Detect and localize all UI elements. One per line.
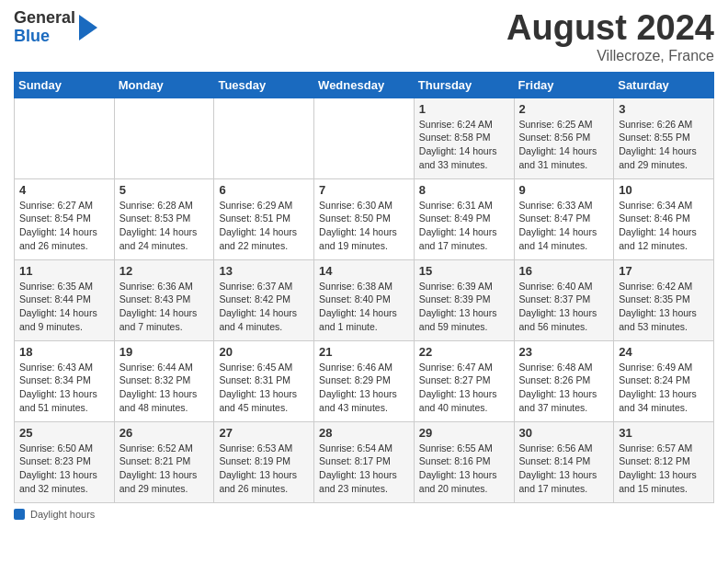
day-number: 3	[619, 102, 709, 116]
day-of-week-header: Tuesday	[214, 72, 314, 98]
day-info: Sunrise: 6:40 AM Sunset: 8:37 PM Dayligh…	[519, 280, 609, 334]
day-number: 14	[319, 264, 409, 278]
calendar-day-cell: 17Sunrise: 6:42 AM Sunset: 8:35 PM Dayli…	[614, 259, 714, 340]
day-number: 20	[219, 345, 309, 359]
day-number: 9	[519, 183, 609, 197]
day-info: Sunrise: 6:31 AM Sunset: 8:49 PM Dayligh…	[419, 199, 509, 253]
logo-icon	[77, 15, 97, 40]
month-title: August 2024	[506, 9, 714, 48]
calendar-day-cell: 12Sunrise: 6:36 AM Sunset: 8:43 PM Dayli…	[114, 259, 214, 340]
day-number: 25	[19, 426, 109, 440]
calendar-day-cell: 29Sunrise: 6:55 AM Sunset: 8:16 PM Dayli…	[414, 421, 514, 502]
day-number: 12	[119, 264, 210, 278]
calendar-day-cell: 22Sunrise: 6:47 AM Sunset: 8:27 PM Dayli…	[414, 340, 514, 421]
day-info: Sunrise: 6:50 AM Sunset: 8:23 PM Dayligh…	[19, 442, 109, 496]
footer: Daylight hours	[14, 509, 714, 520]
day-info: Sunrise: 6:24 AM Sunset: 8:58 PM Dayligh…	[419, 118, 509, 172]
day-info: Sunrise: 6:33 AM Sunset: 8:47 PM Dayligh…	[519, 199, 609, 253]
day-number: 30	[519, 426, 609, 440]
day-info: Sunrise: 6:28 AM Sunset: 8:53 PM Dayligh…	[119, 199, 210, 253]
logo-text: General Blue	[14, 9, 75, 46]
page-header: General Blue August 2024 Villecroze, Fra…	[14, 9, 714, 64]
day-number: 5	[119, 183, 210, 197]
footer-label: Daylight hours	[30, 509, 95, 520]
day-number: 2	[519, 102, 609, 116]
day-info: Sunrise: 6:30 AM Sunset: 8:50 PM Dayligh…	[319, 199, 409, 253]
day-number: 16	[519, 264, 609, 278]
day-number: 21	[319, 345, 409, 359]
day-number: 10	[619, 183, 709, 197]
day-info: Sunrise: 6:34 AM Sunset: 8:46 PM Dayligh…	[619, 199, 709, 253]
footer-dot	[14, 509, 25, 520]
day-number: 24	[619, 345, 709, 359]
calendar-week-row: 11Sunrise: 6:35 AM Sunset: 8:44 PM Dayli…	[15, 259, 714, 340]
logo-blue: Blue	[14, 28, 75, 46]
calendar-day-cell: 26Sunrise: 6:52 AM Sunset: 8:21 PM Dayli…	[114, 421, 214, 502]
calendar-day-cell: 1Sunrise: 6:24 AM Sunset: 8:58 PM Daylig…	[414, 98, 514, 178]
day-info: Sunrise: 6:27 AM Sunset: 8:54 PM Dayligh…	[19, 199, 109, 253]
day-info: Sunrise: 6:46 AM Sunset: 8:29 PM Dayligh…	[319, 361, 409, 415]
calendar-week-row: 1Sunrise: 6:24 AM Sunset: 8:58 PM Daylig…	[15, 98, 714, 178]
calendar-week-row: 4Sunrise: 6:27 AM Sunset: 8:54 PM Daylig…	[15, 178, 714, 259]
location-subtitle: Villecroze, France	[506, 48, 714, 64]
title-block: August 2024 Villecroze, France	[506, 9, 714, 64]
calendar-week-row: 18Sunrise: 6:43 AM Sunset: 8:34 PM Dayli…	[15, 340, 714, 421]
day-info: Sunrise: 6:43 AM Sunset: 8:34 PM Dayligh…	[19, 361, 109, 415]
day-number: 19	[119, 345, 210, 359]
day-number: 15	[419, 264, 509, 278]
day-number: 1	[419, 102, 509, 116]
day-info: Sunrise: 6:48 AM Sunset: 8:26 PM Dayligh…	[519, 361, 609, 415]
calendar-day-cell: 24Sunrise: 6:49 AM Sunset: 8:24 PM Dayli…	[614, 340, 714, 421]
logo: General Blue	[14, 9, 97, 46]
logo-general: General	[14, 9, 75, 28]
calendar-day-cell: 10Sunrise: 6:34 AM Sunset: 8:46 PM Dayli…	[614, 178, 714, 259]
day-number: 4	[19, 183, 109, 197]
calendar-day-cell: 20Sunrise: 6:45 AM Sunset: 8:31 PM Dayli…	[214, 340, 314, 421]
calendar-table: SundayMondayTuesdayWednesdayThursdayFrid…	[14, 72, 714, 503]
calendar-day-cell: 11Sunrise: 6:35 AM Sunset: 8:44 PM Dayli…	[15, 259, 115, 340]
day-number: 23	[519, 345, 609, 359]
calendar-day-cell	[114, 98, 214, 178]
calendar-day-cell: 18Sunrise: 6:43 AM Sunset: 8:34 PM Dayli…	[15, 340, 115, 421]
day-number: 11	[19, 264, 109, 278]
day-info: Sunrise: 6:36 AM Sunset: 8:43 PM Dayligh…	[119, 280, 210, 334]
calendar-day-cell: 31Sunrise: 6:57 AM Sunset: 8:12 PM Dayli…	[614, 421, 714, 502]
day-info: Sunrise: 6:57 AM Sunset: 8:12 PM Dayligh…	[619, 442, 709, 496]
day-number: 6	[219, 183, 309, 197]
day-info: Sunrise: 6:44 AM Sunset: 8:32 PM Dayligh…	[119, 361, 210, 415]
svg-marker-0	[79, 15, 97, 40]
day-number: 28	[319, 426, 409, 440]
calendar-day-cell: 5Sunrise: 6:28 AM Sunset: 8:53 PM Daylig…	[114, 178, 214, 259]
day-info: Sunrise: 6:29 AM Sunset: 8:51 PM Dayligh…	[219, 199, 309, 253]
day-info: Sunrise: 6:56 AM Sunset: 8:14 PM Dayligh…	[519, 442, 609, 496]
calendar-day-cell: 27Sunrise: 6:53 AM Sunset: 8:19 PM Dayli…	[214, 421, 314, 502]
calendar-day-cell: 13Sunrise: 6:37 AM Sunset: 8:42 PM Dayli…	[214, 259, 314, 340]
day-number: 29	[419, 426, 509, 440]
day-number: 13	[219, 264, 309, 278]
day-of-week-header: Friday	[514, 72, 614, 98]
calendar-day-cell: 23Sunrise: 6:48 AM Sunset: 8:26 PM Dayli…	[514, 340, 614, 421]
day-info: Sunrise: 6:37 AM Sunset: 8:42 PM Dayligh…	[219, 280, 309, 334]
day-of-week-header: Saturday	[614, 72, 714, 98]
calendar-day-cell: 15Sunrise: 6:39 AM Sunset: 8:39 PM Dayli…	[414, 259, 514, 340]
calendar-day-cell: 6Sunrise: 6:29 AM Sunset: 8:51 PM Daylig…	[214, 178, 314, 259]
day-info: Sunrise: 6:45 AM Sunset: 8:31 PM Dayligh…	[219, 361, 309, 415]
day-info: Sunrise: 6:49 AM Sunset: 8:24 PM Dayligh…	[619, 361, 709, 415]
day-of-week-header: Sunday	[15, 72, 115, 98]
day-info: Sunrise: 6:54 AM Sunset: 8:17 PM Dayligh…	[319, 442, 409, 496]
calendar-day-cell: 28Sunrise: 6:54 AM Sunset: 8:17 PM Dayli…	[314, 421, 415, 502]
day-of-week-header: Monday	[114, 72, 214, 98]
day-info: Sunrise: 6:47 AM Sunset: 8:27 PM Dayligh…	[419, 361, 509, 415]
day-number: 22	[419, 345, 509, 359]
calendar-day-cell: 7Sunrise: 6:30 AM Sunset: 8:50 PM Daylig…	[314, 178, 415, 259]
calendar-day-cell: 2Sunrise: 6:25 AM Sunset: 8:56 PM Daylig…	[514, 98, 614, 178]
calendar-day-cell: 16Sunrise: 6:40 AM Sunset: 8:37 PM Dayli…	[514, 259, 614, 340]
day-info: Sunrise: 6:55 AM Sunset: 8:16 PM Dayligh…	[419, 442, 509, 496]
calendar-day-cell: 4Sunrise: 6:27 AM Sunset: 8:54 PM Daylig…	[15, 178, 115, 259]
calendar-day-cell: 21Sunrise: 6:46 AM Sunset: 8:29 PM Dayli…	[314, 340, 415, 421]
calendar-day-cell	[314, 98, 415, 178]
calendar-day-cell: 14Sunrise: 6:38 AM Sunset: 8:40 PM Dayli…	[314, 259, 415, 340]
day-info: Sunrise: 6:52 AM Sunset: 8:21 PM Dayligh…	[119, 442, 210, 496]
calendar-day-cell: 25Sunrise: 6:50 AM Sunset: 8:23 PM Dayli…	[15, 421, 115, 502]
calendar-day-cell	[214, 98, 314, 178]
